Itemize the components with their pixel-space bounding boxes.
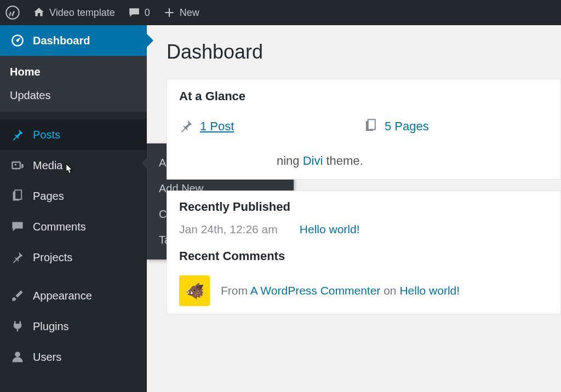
sidebar-label: Plugins xyxy=(33,320,69,333)
recent-comments-heading: Recent Comments xyxy=(167,240,560,268)
glance-pages-link[interactable]: 5 Pages xyxy=(385,119,429,134)
theme-link[interactable]: Divi xyxy=(303,154,323,168)
home-icon xyxy=(33,7,45,19)
plug-icon xyxy=(10,319,25,334)
new-link[interactable]: New xyxy=(163,7,199,19)
pin-icon xyxy=(10,250,25,265)
svg-rect-6 xyxy=(15,190,21,199)
glance-posts[interactable]: 1 Post xyxy=(179,119,364,134)
brush-icon xyxy=(10,288,25,303)
sidebar-label: Projects xyxy=(33,251,72,264)
glance-posts-link[interactable]: 1 Post xyxy=(200,119,234,134)
sidebar-subitem-home[interactable]: Home xyxy=(0,60,147,84)
theme-info: ning Divi theme. xyxy=(167,146,560,179)
sidebar-label: Posts xyxy=(33,129,60,141)
sidebar-item-posts[interactable]: Posts xyxy=(0,119,147,150)
site-link[interactable]: Video template xyxy=(33,7,115,19)
recent-post-row: Jan 24th, 12:26 am Hello world! xyxy=(167,218,560,240)
sidebar-label: Dashboard xyxy=(33,34,90,47)
commenter-link[interactable]: A WordPress Commenter xyxy=(250,284,381,297)
comment-row: 🐗 From A WordPress Commenter on Hello wo… xyxy=(167,268,560,314)
comment-icon xyxy=(128,7,140,19)
admin-topbar: Video template 0 New xyxy=(0,0,561,25)
plus-icon xyxy=(163,7,175,19)
sidebar-item-media[interactable]: Media xyxy=(0,150,147,181)
sidebar-submenu-dashboard: Home Updates xyxy=(0,56,147,112)
post-link[interactable]: Hello world! xyxy=(300,223,360,236)
main-content: Dashboard At a Glance 1 Post 5 Pages nin… xyxy=(147,25,561,392)
user-icon xyxy=(10,349,25,365)
sidebar-label: Pages xyxy=(33,190,64,203)
sidebar-item-plugins[interactable]: Plugins xyxy=(0,311,147,342)
svg-point-4 xyxy=(15,164,17,166)
sidebar-item-pages[interactable]: Pages xyxy=(0,181,147,211)
pin-icon xyxy=(10,127,25,142)
new-label: New xyxy=(180,7,199,19)
sidebar-item-projects[interactable]: Projects xyxy=(0,242,147,273)
commenter-avatar: 🐗 xyxy=(179,275,210,306)
sidebar-item-appearance[interactable]: Appearance xyxy=(0,280,147,311)
svg-point-7 xyxy=(15,351,20,357)
page-title: Dashboard xyxy=(167,41,561,64)
sidebar-label: Appearance xyxy=(33,290,92,302)
site-name: Video template xyxy=(49,7,115,19)
sidebar-label: Media xyxy=(33,159,62,172)
comment-post-link[interactable]: Hello world! xyxy=(399,284,460,297)
admin-sidebar: Dashboard Home Updates Posts Media Pages… xyxy=(0,25,147,392)
comments-link[interactable]: 0 xyxy=(128,7,150,19)
media-icon xyxy=(10,158,25,173)
activity-panel: Recently Published Jan 24th, 12:26 am He… xyxy=(167,191,561,314)
comments-count: 0 xyxy=(145,7,150,19)
at-a-glance-panel: At a Glance 1 Post 5 Pages ning Divi the… xyxy=(167,79,561,180)
pages-icon xyxy=(10,188,25,204)
wordpress-logo[interactable] xyxy=(5,5,20,20)
svg-point-2 xyxy=(16,39,19,42)
glance-heading: At a Glance xyxy=(167,79,560,113)
pin-icon xyxy=(179,119,194,134)
sidebar-subitem-updates[interactable]: Updates xyxy=(0,84,147,107)
glance-pages[interactable]: 5 Pages xyxy=(364,119,548,134)
sidebar-label: Users xyxy=(33,351,61,364)
sidebar-item-comments[interactable]: Comments xyxy=(0,211,147,242)
comment-icon xyxy=(10,219,25,234)
svg-rect-9 xyxy=(368,119,375,129)
post-date: Jan 24th, 12:26 am xyxy=(179,223,278,236)
dashboard-icon xyxy=(10,33,25,48)
pages-icon xyxy=(364,119,379,134)
sidebar-item-dashboard[interactable]: Dashboard xyxy=(0,25,147,56)
sidebar-item-users[interactable]: Users xyxy=(0,342,147,372)
recently-published-heading: Recently Published xyxy=(167,191,560,218)
sidebar-label: Comments xyxy=(33,221,86,233)
